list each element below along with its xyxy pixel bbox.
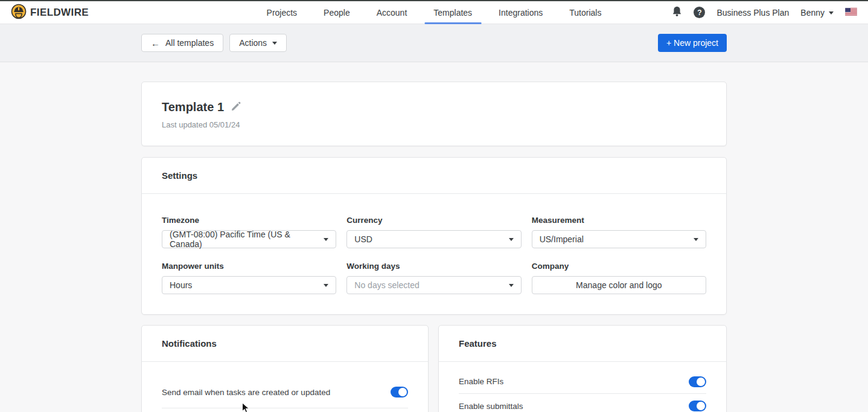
fieldwire-logo-icon [11, 4, 27, 22]
all-templates-back-button[interactable]: ← All templates [141, 34, 223, 52]
chevron-down-icon [509, 238, 514, 241]
nav-tab-people[interactable]: People [324, 1, 350, 24]
chevron-down-icon [694, 238, 698, 241]
chevron-down-icon [324, 284, 328, 287]
enable-submittals-toggle[interactable] [689, 401, 706, 411]
nav-tab-templates[interactable]: Templates [433, 1, 472, 24]
notifications-card: Notifications Send email when tasks are … [141, 325, 429, 412]
nav-tab-tutorials[interactable]: Tutorials [569, 1, 601, 24]
enable-submittals-label: Enable submittals [459, 402, 523, 411]
field-manpower-units: Manpower units Hours [162, 262, 336, 294]
enable-submittals-row: Enable submittals [459, 394, 706, 412]
navbar-right-cluster: ? Business Plus Plan Benny [672, 6, 857, 19]
nav-tab-projects[interactable]: Projects [267, 1, 298, 24]
last-updated-text: Last updated 05/01/24 [162, 120, 706, 129]
features-card: Features Enable RFIs Enable submittals [438, 325, 727, 412]
field-currency: Currency USD [346, 216, 521, 248]
field-working-days: Working days No days selected [346, 262, 521, 294]
currency-select[interactable]: USD [346, 230, 521, 248]
currency-label: Currency [346, 216, 521, 225]
measurement-select[interactable]: US/Imperial [532, 230, 706, 248]
plan-label: Business Plus Plan [716, 8, 789, 18]
working-days-label: Working days [346, 262, 521, 271]
help-icon[interactable]: ? [694, 7, 705, 18]
timezone-select[interactable]: (GMT-08:00) Pacific Time (US & Canada) [162, 230, 336, 248]
manpower-units-label: Manpower units [162, 262, 336, 271]
nav-tab-integrations[interactable]: Integrations [499, 1, 543, 24]
enable-rfis-label: Enable RFIs [459, 377, 503, 386]
chevron-down-icon [324, 238, 328, 241]
chevron-down-icon [272, 42, 277, 45]
enable-rfis-row: Enable RFIs [459, 370, 706, 394]
field-company: Company Manage color and logo [532, 262, 706, 294]
user-name: Benny [800, 8, 825, 18]
primary-nav: Projects People Account Templates Integr… [267, 1, 602, 24]
chevron-down-icon [509, 284, 514, 287]
nav-tab-account[interactable]: Account [377, 1, 407, 24]
edit-pencil-icon[interactable] [231, 101, 241, 114]
field-measurement: Measurement US/Imperial [532, 216, 706, 248]
back-arrow-icon: ← [151, 39, 160, 48]
settings-card: Settings Timezone (GMT-08:00) Pacific Ti… [141, 157, 727, 315]
notification-email-row: Send email when tasks are created or upd… [162, 362, 408, 408]
measurement-label: Measurement [532, 216, 706, 225]
settings-card-title: Settings [142, 158, 726, 194]
notifications-card-title: Notifications [142, 326, 428, 362]
brand-name: FIELDWIRE [30, 7, 89, 19]
main-content: Template 1 Last updated 05/01/24 Setting… [141, 82, 727, 412]
new-project-button[interactable]: + New project [658, 34, 727, 52]
manpower-units-select[interactable]: Hours [162, 276, 336, 294]
features-card-title: Features [439, 326, 726, 362]
user-menu[interactable]: Benny [800, 8, 834, 18]
language-flag-icon[interactable] [845, 8, 857, 18]
field-timezone: Timezone (GMT-08:00) Pacific Time (US & … [162, 216, 336, 248]
notification-email-label: Send email when tasks are created or upd… [162, 388, 330, 397]
chevron-down-icon [829, 11, 834, 14]
notification-email-toggle[interactable] [391, 387, 408, 398]
top-navbar: FIELDWIRE Projects People Account Templa… [0, 1, 868, 24]
enable-rfis-toggle[interactable] [689, 376, 706, 387]
fieldwire-logo[interactable]: FIELDWIRE [11, 4, 89, 22]
template-header-card: Template 1 Last updated 05/01/24 [141, 82, 727, 146]
notifications-bell-icon[interactable] [672, 6, 682, 19]
page-toolbar: ← All templates Actions + New project [0, 24, 868, 62]
company-label: Company [532, 262, 706, 271]
working-days-select[interactable]: No days selected [346, 276, 521, 294]
actions-dropdown-button[interactable]: Actions [229, 34, 287, 52]
template-title: Template 1 [162, 100, 224, 114]
timezone-label: Timezone [162, 216, 336, 225]
manage-color-logo-button[interactable]: Manage color and logo [532, 276, 706, 294]
